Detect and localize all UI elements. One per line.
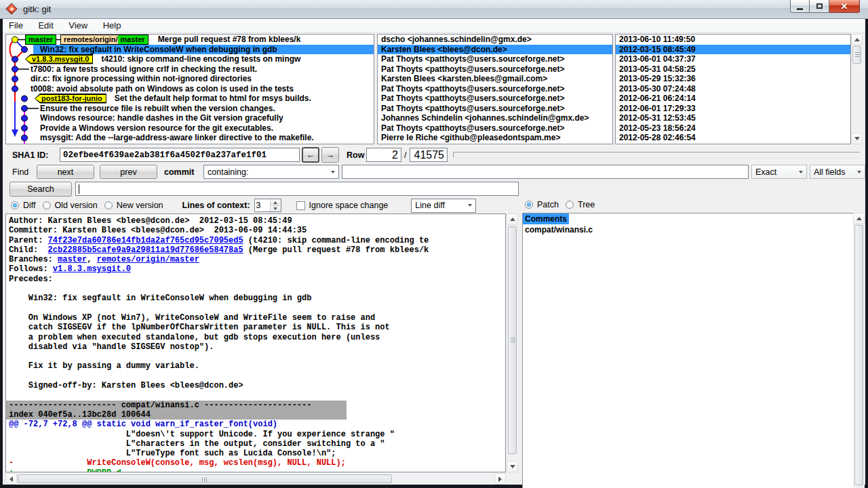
commit-author[interactable]: Karsten Blees <karsten.blees@gmail.com> xyxy=(378,74,612,84)
find-type-combobox[interactable]: containing: xyxy=(203,165,339,179)
tree-radio[interactable] xyxy=(566,201,574,209)
commit-author[interactable]: Pat Thoyts <patthoyts@users.sourceforge.… xyxy=(378,123,612,134)
search-input[interactable] xyxy=(75,182,519,196)
commit-graph-pane[interactable]: masterremotes/origin/masterMerge pull re… xyxy=(5,34,374,144)
commit-link[interactable]: remotes/origin/master xyxy=(97,255,199,264)
scroll-up-icon[interactable] xyxy=(851,34,863,45)
match-mode-combobox[interactable]: Exact xyxy=(751,165,807,179)
commit-message: Ensure the resource file is rebuilt when… xyxy=(40,104,275,113)
diff-line: + DWORD d xyxy=(6,468,505,472)
diff-pane[interactable]: Author: Karsten Blees <blees@dcon.de> 20… xyxy=(5,214,506,472)
menu-file[interactable]: File xyxy=(3,19,29,32)
context-spinbox[interactable]: 3 xyxy=(254,199,281,212)
file-list-item[interactable]: compat/winansi.c xyxy=(523,224,595,235)
diff-scrollbar[interactable] xyxy=(507,214,518,472)
history-forward-button[interactable]: → xyxy=(321,147,339,163)
history-back-button[interactable]: ← xyxy=(302,147,319,163)
scroll-up-icon[interactable] xyxy=(853,213,865,224)
diff-mode-combobox[interactable]: Line diff xyxy=(411,199,476,213)
scroll-left-icon[interactable] xyxy=(5,473,17,485)
title-bar[interactable]: gitk: git ✕ xyxy=(0,0,868,19)
commit-date[interactable]: 2013-05-30 07:24:48 xyxy=(616,84,850,94)
commit-row[interactable]: msysgit: Add the --large-address-aware l… xyxy=(6,133,374,143)
commit-row[interactable]: Ensure the resource file is rebuilt when… xyxy=(6,104,374,114)
commit-row[interactable]: masterremotes/origin/masterMerge pull re… xyxy=(6,35,374,45)
commit-list-scrollbar[interactable] xyxy=(851,34,863,144)
old-version-radio[interactable] xyxy=(43,201,51,209)
commit-date[interactable]: 2013-05-29 15:32:36 xyxy=(616,74,850,84)
commit-row[interactable]: t0008: avoid absolute path on Windows as… xyxy=(6,84,374,94)
commit-author[interactable]: dscho <johannes.schindelin@gmx.de> xyxy=(378,35,612,45)
find-query-input[interactable] xyxy=(342,165,749,179)
commit-row[interactable]: post183-for-junioSet the default help fo… xyxy=(6,94,374,104)
find-next-button[interactable]: next xyxy=(37,165,94,179)
diff-hscrollbar[interactable] xyxy=(5,473,506,485)
commit-row[interactable]: dir.c: fix ignore processing within not-… xyxy=(6,74,374,84)
diff-line: L"TrueType font such as Lucida Console!\… xyxy=(6,449,505,458)
field-mode-combobox[interactable]: All fields xyxy=(810,165,865,179)
close-button[interactable]: ✕ xyxy=(829,0,860,13)
commit-link[interactable]: 2cb22885b5cafe9a9a29811a19d77686e58478a5 xyxy=(48,245,243,255)
sha1-input[interactable]: 02efbee4f639ae2ab381f6a4502f0a237afe1f01 xyxy=(60,148,300,162)
file-list-item[interactable]: Comments xyxy=(523,214,569,224)
search-button[interactable]: Search xyxy=(9,182,72,197)
spin-down-icon[interactable] xyxy=(271,205,281,211)
minimize-button[interactable] xyxy=(790,0,810,13)
commit-author[interactable]: Karsten Blees <blees@dcon.de> xyxy=(378,45,612,55)
commit-date[interactable]: 2012-06-21 06:24:14 xyxy=(616,94,850,104)
commit-author[interactable]: Pat Thoyts <patthoyts@users.sourceforge.… xyxy=(378,104,612,114)
commit-row[interactable]: t7800: a few tests should ignore crlf in… xyxy=(6,64,374,75)
commit-author[interactable]: Pat Thoyts <patthoyts@users.sourceforge.… xyxy=(378,64,612,75)
diff-hscroll-thumb[interactable] xyxy=(18,474,392,483)
commit-date[interactable]: 2012-05-31 12:53:45 xyxy=(616,113,850,123)
file-list-scroll-thumb[interactable] xyxy=(854,225,863,485)
spin-up-icon[interactable] xyxy=(271,199,281,205)
remote-ref[interactable]: remotes/origin/master xyxy=(60,35,149,45)
find-prev-button[interactable]: prev xyxy=(100,165,157,179)
commit-row[interactable]: v1.8.3.msysgit.0t4210: skip command-line… xyxy=(6,54,374,64)
commit-date-pane[interactable]: 2013-06-10 11:49:502012-03-15 08:45:4920… xyxy=(615,34,851,144)
find-bar: Find next prev commit containing: Exact … xyxy=(5,164,863,181)
branch-ref[interactable]: master xyxy=(25,35,56,45)
menu-edit[interactable]: Edit xyxy=(32,19,59,32)
diff-radio[interactable] xyxy=(11,201,19,209)
new-version-radio[interactable] xyxy=(104,201,113,209)
file-list-pane[interactable]: Commentscompat/winansi.c xyxy=(522,213,856,488)
commit-author[interactable]: Pat Thoyts <patthoyts@users.sourceforge.… xyxy=(378,54,612,64)
ignore-space-checkbox[interactable] xyxy=(296,201,305,210)
commit-author-pane[interactable]: dscho <johannes.schindelin@gmx.de>Karste… xyxy=(377,34,613,144)
commit-author[interactable]: Johannes Schindelin <johannes.schindelin… xyxy=(378,113,612,123)
menu-help[interactable]: Help xyxy=(97,19,127,32)
commit-link[interactable]: master xyxy=(58,255,87,264)
tag-ref[interactable]: post183-for-junio xyxy=(35,94,106,104)
commit-date[interactable]: 2013-06-10 11:49:50 xyxy=(616,35,850,45)
diff-scroll-thumb[interactable] xyxy=(508,226,517,454)
commit-row[interactable]: Win32: fix segfault in WriteConsoleW whe… xyxy=(6,45,374,55)
commit-link[interactable]: v1.8.3.msysgit.0 xyxy=(53,264,131,274)
commit-date[interactable]: 2012-05-28 02:46:54 xyxy=(616,133,850,143)
row-number-field[interactable]: 2 xyxy=(366,148,401,162)
scroll-down-icon[interactable] xyxy=(851,133,863,144)
scroll-down-icon[interactable] xyxy=(507,461,518,472)
commit-date[interactable]: 2012-03-15 08:45:49 xyxy=(616,45,850,55)
commit-date[interactable]: 2013-06-01 04:37:37 xyxy=(616,54,850,64)
commit-author[interactable]: Pat Thoyts <patthoyts@users.sourceforge.… xyxy=(378,94,612,104)
tag-ref[interactable]: v1.8.3.msysgit.0 xyxy=(25,54,93,64)
file-list-scrollbar[interactable] xyxy=(853,213,865,488)
commit-date[interactable]: 2013-05-31 04:58:25 xyxy=(616,64,850,75)
commit-date[interactable]: 2012-05-23 18:56:24 xyxy=(616,123,850,134)
commit-row[interactable]: Windows resource: handle dashes in the G… xyxy=(6,113,374,123)
menu-view[interactable]: View xyxy=(62,19,94,32)
commit-author[interactable]: Pat Thoyts <patthoyts@users.sourceforge.… xyxy=(378,84,612,94)
commit-list-scroll-thumb[interactable] xyxy=(852,46,861,64)
scroll-right-icon[interactable] xyxy=(494,473,506,485)
commit-link[interactable]: 74f23e7da60786e14fb1da2af765cd95c7095ed5 xyxy=(48,236,243,245)
total-rows-field[interactable]: 41575 xyxy=(410,148,448,162)
commit-author[interactable]: Pierre le Riche <github@pleasedontspam.m… xyxy=(378,133,612,143)
tree-label: Tree xyxy=(578,200,595,209)
scroll-up-icon[interactable] xyxy=(507,214,518,225)
commit-date[interactable]: 2012-06-01 17:29:33 xyxy=(616,104,850,114)
commit-row[interactable]: Provide a Windows version resource for t… xyxy=(6,123,374,134)
maximize-button[interactable] xyxy=(810,0,829,13)
patch-radio[interactable] xyxy=(525,201,533,209)
